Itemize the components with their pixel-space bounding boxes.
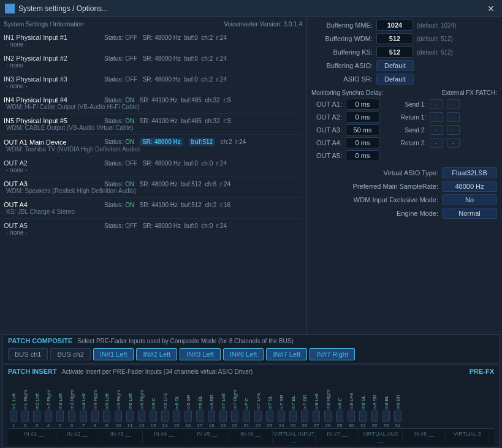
channel-number: 19 [221,423,226,428]
buffer-asio-row: Buffering ASIO: Default [311,60,497,71]
channel-fader[interactable] [10,411,17,422]
out-a2-ret1[interactable]: - [430,112,443,122]
out-a4-ret1[interactable]: - [430,138,443,148]
channel-fader[interactable] [161,411,169,422]
channel-fader[interactable] [313,411,320,422]
channel-fader[interactable] [103,411,110,422]
channel-fader[interactable] [68,411,75,422]
channel-fader[interactable] [231,411,238,422]
channel-fader[interactable] [336,411,343,422]
channel-number: 8 [94,423,96,428]
patch-composite-title: PATCH COMPOSITE [8,337,72,344]
channel-number: 3 [36,423,38,428]
out-a2-delay[interactable]: 0 ms [346,112,379,123]
buffer-wdm-value: 512 [376,33,413,44]
channel-fader[interactable] [126,411,134,422]
channel-fader[interactable] [359,411,367,422]
channel-fader[interactable] [56,411,64,422]
channel-label: in7 C [244,378,249,409]
channel-label: in6 BR [209,378,215,409]
patch-btn-bus-ch1[interactable]: BUS ch1 [8,348,48,360]
channel-fader[interactable] [348,411,355,422]
channel-label: in7 SR [279,378,284,409]
channel-fader[interactable] [196,411,203,422]
engine-mode-value[interactable]: Normal [442,208,497,219]
channel-fader[interactable] [301,411,308,422]
patch-btn-in3-left[interactable]: IN#3 Left [180,348,221,360]
out-a3-send1[interactable]: - [430,125,443,135]
patch-btn-in2-left[interactable]: IN#2 Left [136,348,177,360]
channel-strip: in3 Right6 [66,378,77,428]
patch-btn-in6-left[interactable]: IN#6 Left [223,348,264,360]
channel-fader[interactable] [80,411,87,422]
out-a2-ret2[interactable]: - [447,112,460,122]
channel-fader[interactable] [91,411,99,422]
asio-sr-value[interactable]: Default [376,74,414,85]
out-a3-send2[interactable]: - [447,125,460,135]
channel-number: 11 [127,423,133,428]
device-row-outa3: OUT A3 Status: ON SR: 48000 Hz buf:512 c… [4,179,302,196]
channel-strip: in7 LFE22 [253,378,264,428]
channel-number: 27 [314,423,319,428]
out-a1-send1[interactable]: - [430,99,443,109]
channel-label: in6 SL [174,378,180,409]
channel-strip: in5 Right10 [113,378,124,428]
channel-fader[interactable] [173,411,180,422]
close-button[interactable]: ✕ [485,2,497,15]
out-a3-delay[interactable]: 50 ms [346,124,379,135]
channel-fader[interactable] [219,411,227,422]
svg-rect-3 [10,9,13,12]
channel-fader[interactable] [115,411,122,422]
patch-btn-in7-right[interactable]: IN#7 Right [310,348,355,360]
channel-label: in6 SR [186,378,191,409]
channel-fader[interactable] [243,411,250,422]
patch-insert-title: PATCH INSERT [8,368,57,375]
channel-fader[interactable] [266,411,273,422]
channel-label: in2 Left [34,378,40,409]
channel-number: 10 [116,423,121,428]
buffer-ks-row: Buffering KS: 512 (default: 512) [311,47,497,58]
channel-strip: in1 Left1 [8,378,19,428]
channel-fader[interactable] [150,411,157,422]
out-a5-delay[interactable]: 0 ms [346,150,379,161]
out-a1-delay[interactable]: 0 ms [346,99,379,110]
channel-fader[interactable] [371,411,378,422]
preferred-sr-value[interactable]: 48000 Hz [442,181,497,192]
virtual-asio-type-value[interactable]: Float32LSB [442,167,497,178]
channel-strip: in6 Left11 [124,378,135,428]
patch-btn-bus-ch2[interactable]: BUS ch2 [50,348,90,360]
channel-fader[interactable] [208,411,215,422]
channel-number: 25 [291,423,296,428]
out-a1-send2[interactable]: - [447,99,460,109]
channel-fader[interactable] [138,411,145,422]
channel-strip: in8 SL31 [357,378,368,428]
channel-fader[interactable] [184,411,192,422]
wdm-exclusive-value[interactable]: No [442,194,497,205]
channel-label: in1 Left [11,378,17,409]
channel-fader[interactable] [394,411,401,422]
channel-fader[interactable] [289,411,297,422]
svg-rect-0 [6,5,9,8]
channel-fader[interactable] [254,411,262,422]
channel-fader[interactable] [382,411,390,422]
channel-fader[interactable] [278,411,285,422]
channel-fader[interactable] [33,411,40,422]
patch-btn-in7-left[interactable]: IN#7 Left [266,348,307,360]
buffer-mme-value: 1024 [376,20,413,31]
channel-number: 4 [47,423,50,428]
buffer-asio-value[interactable]: Default [376,60,414,71]
channel-label: in7 BR [302,378,308,409]
channel-strip: in8 BR34 [392,378,403,428]
channel-fader[interactable] [324,411,332,422]
out-a4-ret2[interactable]: - [447,138,460,148]
out-a4-delay[interactable]: 0 ms [346,137,379,148]
channel-fader[interactable] [21,411,29,422]
channel-label: in8 SL [360,378,366,409]
patch-composite-section: PATCH COMPOSITE Select PRE-Fader Inputs … [2,334,500,363]
channel-fader[interactable] [45,411,52,422]
patch-btn-in1-left[interactable]: IN#1 Left [93,348,134,360]
channel-number: 14 [162,423,168,428]
buffer-asio-label: Buffering ASIO: [311,62,373,69]
channel-label: in8 Right [325,378,331,409]
channel-label: in4 Left [81,378,86,409]
